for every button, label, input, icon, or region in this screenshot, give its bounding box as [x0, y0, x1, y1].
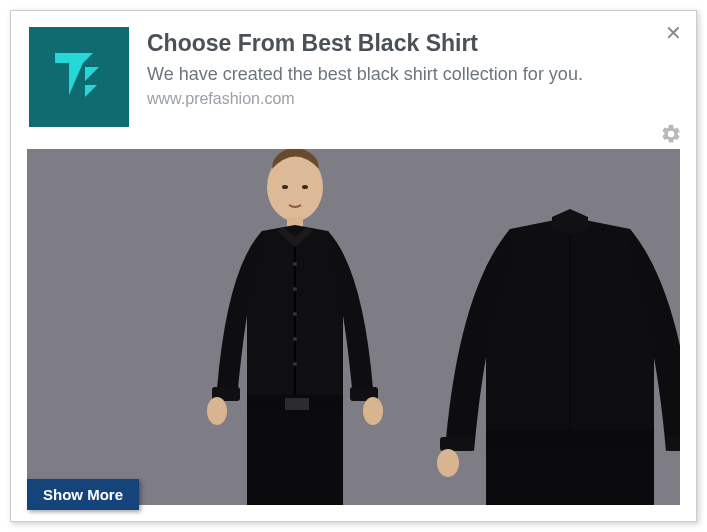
header-text: Choose From Best Black Shirt We have cre… [129, 27, 678, 127]
svg-point-6 [302, 185, 308, 189]
svg-marker-1 [69, 63, 83, 95]
svg-point-13 [293, 362, 297, 366]
logo-glyph [49, 47, 109, 107]
svg-point-10 [293, 287, 297, 291]
close-icon[interactable]: ✕ [665, 23, 682, 43]
card-header: Choose From Best Black Shirt We have cre… [11, 11, 696, 141]
show-more-button[interactable]: Show More [27, 479, 139, 510]
card-domain: www.prefashion.com [147, 90, 678, 108]
svg-point-11 [293, 312, 297, 316]
model-back [420, 189, 680, 505]
svg-point-16 [207, 397, 227, 425]
card-subtitle: We have created the best black shirt col… [147, 62, 678, 86]
svg-point-9 [293, 262, 297, 266]
brand-logo [29, 27, 129, 127]
svg-point-24 [437, 449, 459, 477]
svg-marker-2 [85, 67, 99, 81]
svg-rect-25 [486, 429, 654, 449]
svg-rect-23 [666, 437, 680, 451]
gear-icon[interactable] [660, 123, 682, 145]
svg-marker-0 [55, 53, 93, 63]
svg-point-12 [293, 337, 297, 341]
svg-rect-20 [247, 413, 343, 505]
model-front [167, 149, 427, 505]
svg-point-5 [282, 185, 288, 189]
card-title: Choose From Best Black Shirt [147, 29, 678, 58]
svg-rect-26 [486, 449, 654, 505]
hero-image [27, 149, 680, 505]
svg-rect-22 [440, 437, 474, 451]
svg-rect-19 [285, 398, 309, 410]
svg-marker-3 [85, 85, 97, 97]
notification-card: Choose From Best Black Shirt We have cre… [10, 10, 697, 522]
svg-point-17 [363, 397, 383, 425]
